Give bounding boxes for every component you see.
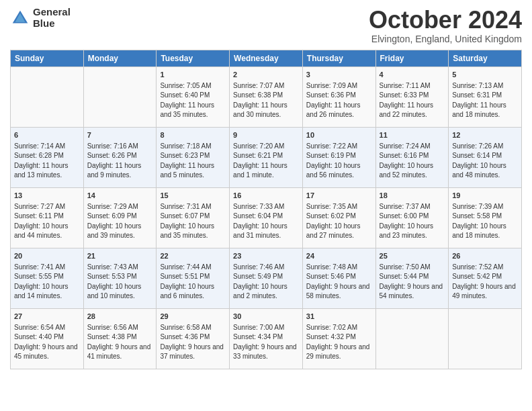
day-number: 1 — [160, 70, 226, 80]
day-cell: 17Sunrise: 7:35 AMSunset: 6:02 PMDayligh… — [302, 187, 375, 248]
day-info: Sunrise: 6:56 AMSunset: 4:38 PMDaylight:… — [87, 323, 153, 362]
day-cell: 12Sunrise: 7:26 AMSunset: 6:14 PMDayligh… — [449, 127, 522, 187]
day-cell: 9Sunrise: 7:20 AMSunset: 6:21 PMDaylight… — [230, 127, 303, 187]
day-number: 27 — [14, 312, 80, 322]
day-cell — [449, 308, 522, 369]
day-info: Sunrise: 7:52 AMSunset: 5:42 PMDaylight:… — [452, 263, 518, 302]
calendar-body: 1Sunrise: 7:05 AMSunset: 6:40 PMDaylight… — [11, 66, 522, 369]
day-info: Sunrise: 7:43 AMSunset: 5:53 PMDaylight:… — [87, 263, 153, 302]
header-cell-monday: Monday — [83, 50, 157, 66]
day-number: 14 — [87, 191, 153, 201]
logo-icon — [10, 8, 30, 28]
day-number: 6 — [14, 130, 80, 140]
day-number: 10 — [306, 130, 372, 140]
day-cell: 14Sunrise: 7:29 AMSunset: 6:09 PMDayligh… — [83, 187, 157, 248]
day-number: 5 — [452, 70, 518, 80]
day-info: Sunrise: 7:18 AMSunset: 6:23 PMDaylight:… — [160, 142, 226, 181]
day-cell: 1Sunrise: 7:05 AMSunset: 6:40 PMDaylight… — [157, 66, 230, 127]
day-info: Sunrise: 7:48 AMSunset: 5:46 PMDaylight:… — [306, 263, 372, 302]
header-cell-tuesday: Tuesday — [157, 50, 230, 66]
day-number: 26 — [452, 251, 518, 261]
week-row-5: 27Sunrise: 6:54 AMSunset: 4:40 PMDayligh… — [11, 308, 522, 369]
day-number: 8 — [160, 130, 226, 140]
week-row-1: 1Sunrise: 7:05 AMSunset: 6:40 PMDaylight… — [11, 66, 522, 127]
calendar-table: SundayMondayTuesdayWednesdayThursdayFrid… — [10, 50, 522, 369]
day-number: 4 — [380, 70, 445, 80]
day-info: Sunrise: 7:07 AMSunset: 6:38 PMDaylight:… — [233, 81, 299, 120]
logo-line2: Blue — [33, 18, 71, 30]
day-number: 29 — [160, 312, 226, 322]
day-info: Sunrise: 7:50 AMSunset: 5:44 PMDaylight:… — [380, 263, 445, 302]
day-number: 28 — [87, 312, 153, 322]
day-info: Sunrise: 7:37 AMSunset: 6:00 PMDaylight:… — [380, 202, 445, 241]
day-cell: 31Sunrise: 7:02 AMSunset: 4:32 PMDayligh… — [302, 308, 375, 369]
day-cell: 8Sunrise: 7:18 AMSunset: 6:23 PMDaylight… — [157, 127, 230, 187]
calendar-header: SundayMondayTuesdayWednesdayThursdayFrid… — [11, 50, 522, 66]
day-number: 31 — [306, 312, 372, 322]
day-cell: 19Sunrise: 7:39 AMSunset: 5:58 PMDayligh… — [449, 187, 522, 248]
day-info: Sunrise: 7:24 AMSunset: 6:16 PMDaylight:… — [380, 142, 445, 181]
day-number: 18 — [380, 191, 445, 201]
day-cell — [11, 66, 84, 127]
day-info: Sunrise: 7:09 AMSunset: 6:36 PMDaylight:… — [306, 81, 372, 120]
day-cell: 28Sunrise: 6:56 AMSunset: 4:38 PMDayligh… — [83, 308, 157, 369]
day-number: 30 — [233, 312, 299, 322]
day-number: 2 — [233, 70, 299, 80]
day-cell: 18Sunrise: 7:37 AMSunset: 6:00 PMDayligh… — [375, 187, 449, 248]
logo: General Blue — [10, 7, 71, 29]
day-info: Sunrise: 7:26 AMSunset: 6:14 PMDaylight:… — [452, 142, 518, 181]
day-info: Sunrise: 7:31 AMSunset: 6:07 PMDaylight:… — [160, 202, 226, 241]
day-number: 24 — [306, 251, 372, 261]
day-number: 21 — [87, 251, 153, 261]
day-info: Sunrise: 7:14 AMSunset: 6:28 PMDaylight:… — [14, 142, 80, 181]
day-number: 13 — [14, 191, 80, 201]
day-cell: 29Sunrise: 6:58 AMSunset: 4:36 PMDayligh… — [157, 308, 230, 369]
day-cell: 16Sunrise: 7:33 AMSunset: 6:04 PMDayligh… — [230, 187, 303, 248]
day-info: Sunrise: 7:44 AMSunset: 5:51 PMDaylight:… — [160, 263, 226, 302]
day-cell: 20Sunrise: 7:41 AMSunset: 5:55 PMDayligh… — [11, 248, 84, 308]
day-info: Sunrise: 7:13 AMSunset: 6:31 PMDaylight:… — [452, 81, 518, 120]
header-cell-wednesday: Wednesday — [230, 50, 303, 66]
day-info: Sunrise: 7:33 AMSunset: 6:04 PMDaylight:… — [233, 202, 299, 241]
day-number: 22 — [160, 251, 226, 261]
day-cell: 27Sunrise: 6:54 AMSunset: 4:40 PMDayligh… — [11, 308, 84, 369]
day-cell: 7Sunrise: 7:16 AMSunset: 6:26 PMDaylight… — [83, 127, 157, 187]
day-info: Sunrise: 6:58 AMSunset: 4:36 PMDaylight:… — [160, 323, 226, 362]
day-info: Sunrise: 7:27 AMSunset: 6:11 PMDaylight:… — [14, 202, 80, 241]
day-number: 20 — [14, 251, 80, 261]
month-title: October 2024 — [369, 7, 522, 34]
day-cell: 25Sunrise: 7:50 AMSunset: 5:44 PMDayligh… — [375, 248, 449, 308]
header-cell-sunday: Sunday — [11, 50, 84, 66]
day-cell: 26Sunrise: 7:52 AMSunset: 5:42 PMDayligh… — [449, 248, 522, 308]
day-info: Sunrise: 7:00 AMSunset: 4:34 PMDaylight:… — [233, 323, 299, 362]
day-info: Sunrise: 7:22 AMSunset: 6:19 PMDaylight:… — [306, 142, 372, 181]
location: Elvington, England, United Kingdom — [369, 34, 522, 44]
day-cell: 4Sunrise: 7:11 AMSunset: 6:33 PMDaylight… — [375, 66, 449, 127]
page-header: General Blue October 2024 Elvington, Eng… — [10, 7, 522, 44]
day-cell: 5Sunrise: 7:13 AMSunset: 6:31 PMDaylight… — [449, 66, 522, 127]
day-info: Sunrise: 7:46 AMSunset: 5:49 PMDaylight:… — [233, 263, 299, 302]
day-cell: 10Sunrise: 7:22 AMSunset: 6:19 PMDayligh… — [302, 127, 375, 187]
day-number: 7 — [87, 130, 153, 140]
day-cell — [375, 308, 449, 369]
header-row: SundayMondayTuesdayWednesdayThursdayFrid… — [11, 50, 522, 66]
day-number: 19 — [452, 191, 518, 201]
day-cell: 24Sunrise: 7:48 AMSunset: 5:46 PMDayligh… — [302, 248, 375, 308]
day-info: Sunrise: 7:16 AMSunset: 6:26 PMDaylight:… — [87, 142, 153, 181]
week-row-2: 6Sunrise: 7:14 AMSunset: 6:28 PMDaylight… — [11, 127, 522, 187]
day-info: Sunrise: 6:54 AMSunset: 4:40 PMDaylight:… — [14, 323, 80, 362]
day-number: 11 — [380, 130, 445, 140]
header-cell-friday: Friday — [375, 50, 449, 66]
logo-text: General Blue — [33, 7, 71, 29]
day-number: 25 — [380, 251, 445, 261]
title-block: October 2024 Elvington, England, United … — [369, 7, 522, 44]
day-cell — [83, 66, 157, 127]
day-cell: 2Sunrise: 7:07 AMSunset: 6:38 PMDaylight… — [230, 66, 303, 127]
day-cell: 22Sunrise: 7:44 AMSunset: 5:51 PMDayligh… — [157, 248, 230, 308]
day-cell: 3Sunrise: 7:09 AMSunset: 6:36 PMDaylight… — [302, 66, 375, 127]
day-info: Sunrise: 7:11 AMSunset: 6:33 PMDaylight:… — [380, 81, 445, 120]
day-cell: 6Sunrise: 7:14 AMSunset: 6:28 PMDaylight… — [11, 127, 84, 187]
week-row-4: 20Sunrise: 7:41 AMSunset: 5:55 PMDayligh… — [11, 248, 522, 308]
day-info: Sunrise: 7:05 AMSunset: 6:40 PMDaylight:… — [160, 81, 226, 120]
header-cell-thursday: Thursday — [302, 50, 375, 66]
